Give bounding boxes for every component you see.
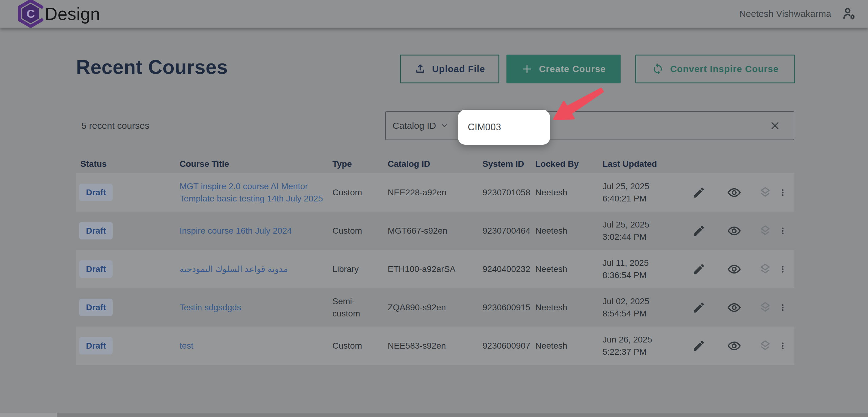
col-header-course-title: Course Title [180,159,332,169]
preview-button[interactable] [727,185,741,200]
last-updated-time: 8:36:54 PM [602,269,690,281]
versions-button[interactable] [758,224,772,238]
upload-icon [414,63,426,75]
course-title-link[interactable]: MGT inspire 2.0 course AI Mentor Templat… [180,180,332,204]
col-header-status: Status [76,159,180,169]
table-row: Draft Testin sdgsdgds Semi-custom ZQA890… [76,288,794,326]
close-icon [770,120,780,131]
recent-course-count: 5 recent courses [81,120,150,131]
versions-button[interactable] [758,339,772,353]
more-options-button[interactable] [779,225,787,237]
status-badge: Draft [79,260,113,278]
course-title-link[interactable]: مدونة قواعد السلوك النموذجية [180,263,294,275]
edit-button[interactable] [692,339,706,353]
convert-course-label: Convert Inspire Course [670,64,779,74]
layers-icon [758,186,772,199]
last-updated-date: Jul 02, 2025 [602,295,690,307]
col-header-catalog-id: Catalog ID [388,159,483,169]
convert-sync-icon [652,63,664,75]
last-updated-date: Jun 26, 2025 [602,334,690,346]
last-updated-time: 6:40:21 PM [602,193,690,205]
user-settings-icon[interactable] [842,7,856,21]
pencil-icon [692,186,706,199]
eye-icon [727,185,741,200]
col-header-type: Type [332,159,388,169]
versions-button[interactable] [758,263,772,276]
catalog-id-value: ETH100-a92arSA [388,263,483,275]
row-actions [690,185,794,200]
footer-strip [0,413,868,417]
more-options-button[interactable] [779,340,787,352]
last-updated-value: Jul 25, 2025 6:40:21 PM [602,180,690,204]
table-row: Draft test Custom NEE583-s92en 923060090… [76,326,794,365]
col-header-locked-by: Locked By [535,159,602,169]
status-badge: Draft [79,299,113,316]
more-options-button[interactable] [779,302,787,314]
course-title-link[interactable]: Testin sdgsdgds [180,302,247,313]
preview-button[interactable] [727,301,741,315]
pencil-icon [692,263,706,276]
logo-letter: C [26,7,35,20]
edit-button[interactable] [692,263,706,276]
course-type: Custom [332,225,362,237]
user-name-label: Neetesh Vishwakarma [739,9,831,19]
upload-file-button[interactable]: Upload File [400,55,499,83]
course-title-link[interactable]: Inspire course 16th July 2024 [180,225,298,237]
search-filter-dropdown[interactable]: Catalog ID [386,120,448,131]
catalog-id-search-input[interactable] [458,110,550,145]
kebab-menu-icon [779,225,787,237]
last-updated-date: Jul 25, 2025 [602,219,690,231]
plus-icon [521,63,533,75]
edit-button[interactable] [692,224,706,238]
versions-button[interactable] [758,301,772,314]
more-options-button[interactable] [779,263,787,275]
kebab-menu-icon [779,340,787,352]
locked-by-value: Neetesh [535,340,602,352]
last-updated-time: 5:22:37 PM [602,346,690,358]
row-actions [690,301,794,315]
col-header-system-id: System ID [483,159,535,169]
eye-icon [727,339,741,353]
status-badge: Draft [79,222,113,240]
course-type: Custom [332,186,362,198]
last-updated-value: Jul 11, 2025 8:36:54 PM [602,257,690,281]
catalog-id-value: MGT667-s92en [388,225,483,237]
status-badge: Draft [79,184,113,201]
layers-icon [758,224,772,238]
course-search-bar: Catalog ID [385,111,794,140]
kebab-menu-icon [779,302,787,314]
preview-button[interactable] [727,224,741,238]
create-course-button[interactable]: Create Course [506,55,621,83]
course-title-link[interactable]: test [180,340,199,352]
course-type: Library [332,263,359,275]
search-filter-label: Catalog ID [393,120,436,131]
last-updated-time: 8:54:54 PM [602,308,690,319]
kebab-menu-icon [779,186,787,199]
preview-button[interactable] [727,262,741,276]
versions-button[interactable] [758,186,772,199]
clear-search-button[interactable] [770,120,780,131]
chevron-down-icon [440,122,448,130]
more-options-button[interactable] [779,186,787,199]
table-row: Draft Inspire course 16th July 2024 Cust… [76,212,794,250]
locked-by-value: Neetesh [535,225,602,237]
eye-icon [727,262,741,276]
edit-button[interactable] [692,301,706,314]
col-header-last-updated: Last Updated [602,159,690,169]
page-title: Recent Courses [76,56,228,78]
edit-button[interactable] [692,186,706,199]
last-updated-value: Jun 26, 2025 5:22:37 PM [602,334,690,357]
system-id-value: 9230600915 [483,302,535,313]
layers-icon [758,301,772,314]
account-area: Neetesh Vishwakarma [739,0,856,28]
app-screen: C Design Neetesh Vishwakarma Recent Cour… [0,0,868,417]
catalog-id-value: ZQA890-s92en [388,302,483,313]
convert-inspire-course-button[interactable]: Convert Inspire Course [636,55,795,83]
pencil-icon [692,224,706,238]
brand-logo-icon[interactable]: C [16,0,45,28]
status-badge: Draft [79,337,113,354]
last-updated-value: Jul 02, 2025 8:54:54 PM [602,295,690,319]
system-id-value: 9230701058 [483,186,535,198]
preview-button[interactable] [727,339,741,353]
eye-icon [727,224,741,238]
